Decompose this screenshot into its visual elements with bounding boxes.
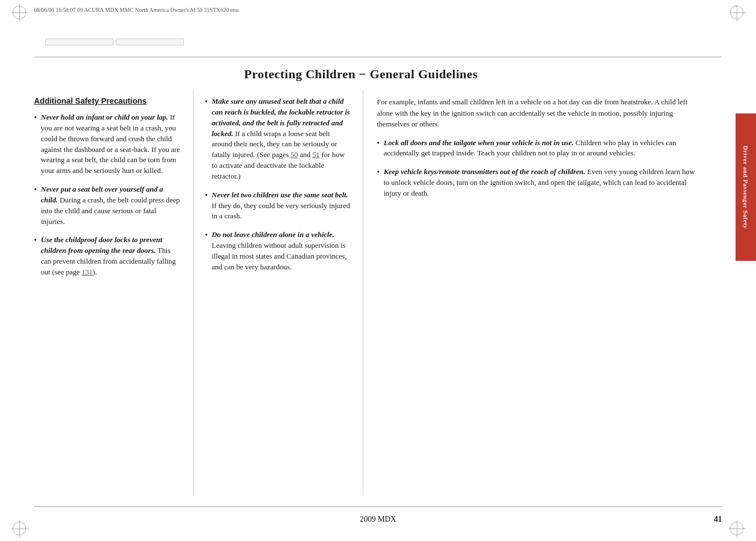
list-item: Keep vehicle keys/remote transmitters ou… — [377, 167, 702, 199]
page-container: 08/06/06 16:58:07 09 ACURA MDX MMC North… — [0, 0, 756, 541]
col-left: Additional Safety Precautions Never hold… — [34, 91, 193, 496]
page-number: 41 — [714, 515, 722, 524]
list-item: Never put a seat belt over yourself and … — [34, 184, 182, 227]
middle-bullet-regular-2: If they do, they could be very seriously… — [212, 201, 350, 221]
middle-bullet-bold-3: Do not leave children alone in a vehicle… — [212, 230, 334, 239]
section-title: Additional Safety Precautions — [34, 96, 182, 105]
corner-mark-tr — [730, 6, 744, 19]
side-tab-label: Driver and Passenger Safety — [742, 146, 749, 229]
middle-bullet-bold-2: Never let two children use the same seat… — [212, 191, 348, 199]
corner-mark-br — [730, 522, 744, 535]
model-label: 2009 MDX — [360, 515, 396, 524]
top-bar: 08/06/06 16:58:07 09 ACURA MDX MMC North… — [34, 7, 722, 13]
corner-mark-bl — [12, 522, 26, 535]
right-bullet-bold-2: Keep vehicle keys/remote transmitters ou… — [384, 167, 585, 176]
list-item: Lock all doors and the tailgate when you… — [377, 138, 702, 159]
list-item: Make sure any unused seat belt that a ch… — [205, 96, 351, 182]
list-item: Never let two children use the same seat… — [205, 190, 351, 222]
right-bullet-bold-1: Lock all doors and the tailgate when you… — [384, 138, 574, 147]
bottom-bar: 2009 MDX 41 — [34, 515, 722, 524]
metadata-text: 08/06/06 16:58:07 09 ACURA MDX MMC North… — [34, 7, 238, 13]
content-area: Additional Safety Precautions Never hold… — [34, 91, 702, 496]
middle-bullet-list: Make sure any unused seat belt that a ch… — [205, 96, 351, 273]
bullet-regular-1: If you are not wearing a seat belt in a … — [41, 113, 180, 175]
bullet-bold-3: Use the childproof door locks to prevent… — [41, 235, 162, 255]
middle-bullet-regular-3: Leaving children without adult supervisi… — [212, 241, 347, 271]
left-bullet-list: Never hold an infant or child on your la… — [34, 112, 182, 278]
bullet-regular-2: During a crash, the belt could press dee… — [41, 196, 180, 226]
right-bullet-list: Lock all doors and the tailgate when you… — [377, 138, 702, 199]
nav-tab-2[interactable] — [116, 39, 184, 45]
nav-tab-1[interactable] — [45, 39, 114, 45]
col-right: For example, infants and small children … — [363, 91, 702, 496]
top-rule — [34, 57, 722, 57]
list-item: Use the childproof door locks to prevent… — [34, 235, 182, 277]
page-title: Protecting Children − General Guidelines — [0, 67, 722, 82]
bottom-rule — [34, 506, 722, 507]
nav-tabs — [45, 39, 184, 45]
side-tab: Driver and Passenger Safety — [736, 113, 756, 261]
bullet-bold-1: Never hold an infant or child on your la… — [41, 113, 168, 121]
corner-mark-tl — [12, 6, 26, 19]
col-middle: Make sure any unused seat belt that a ch… — [193, 91, 363, 496]
list-item: Do not leave children alone in a vehicle… — [205, 230, 351, 272]
right-paragraph-1: For example, infants and small children … — [377, 96, 702, 130]
list-item: Never hold an infant or child on your la… — [34, 112, 182, 176]
